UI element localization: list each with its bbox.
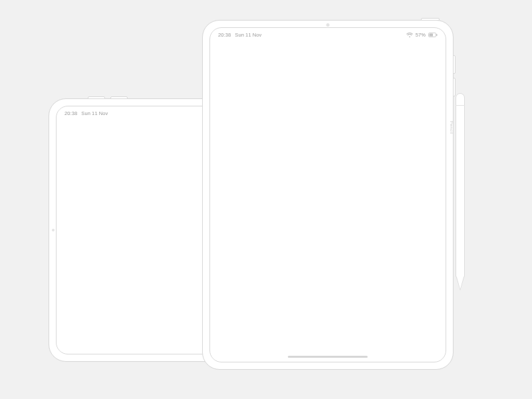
front-camera-icon [52, 229, 55, 231]
volume-down-button [110, 96, 128, 99]
status-bar: 20:38 Sun 11 Nov 57% [218, 32, 438, 38]
status-date: Sun 11 Nov [235, 32, 261, 38]
tablet-large-portrait: 20:38 Sun 11 Nov 57% [202, 20, 454, 370]
wifi-icon [406, 33, 413, 38]
volume-up-button [453, 55, 456, 74]
battery-percent: 57% [416, 32, 426, 38]
home-indicator [288, 356, 368, 358]
pencil-label: Pencil [450, 121, 454, 134]
tablet-large-screen: 20:38 Sun 11 Nov 57% [209, 27, 446, 362]
pencil-body [456, 93, 465, 278]
battery-icon [428, 33, 438, 37]
svg-rect-2 [436, 34, 437, 36]
pencil-tip-icon [457, 277, 464, 289]
status-date: Sun 11 Nov [81, 110, 108, 116]
pencil-cap-seam [456, 105, 465, 106]
front-camera-icon [327, 23, 330, 27]
power-button [421, 18, 440, 21]
status-time: 20:38 [218, 32, 231, 38]
svg-rect-1 [430, 34, 434, 37]
stylus-pencil: Pencil [456, 93, 465, 293]
status-time: 20:38 [65, 110, 77, 116]
mockup-stage: 20:38 Sun 11 Nov 20:38 Sun 11 Nov [0, 0, 532, 399]
volume-up-button [88, 96, 105, 99]
